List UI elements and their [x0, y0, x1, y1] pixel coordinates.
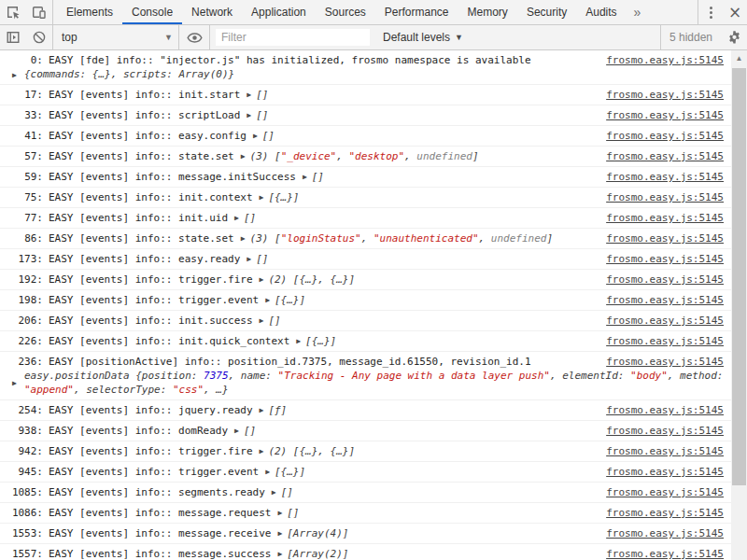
source-link[interactable]: frosmo.easy.js:5145	[606, 190, 724, 204]
log-text: EASY [events] info:: state.set	[49, 232, 234, 245]
tab-audits[interactable]: Audits	[576, 0, 626, 24]
expand-triangle-icon[interactable]: ▶	[260, 275, 264, 284]
source-link[interactable]: frosmo.easy.js:5145	[606, 108, 724, 122]
tab-console[interactable]: Console	[122, 0, 182, 24]
log-text: EASY [positionActive] info:: position_id…	[49, 356, 531, 368]
log-levels-dropdown[interactable]: Default levels ▼	[375, 25, 471, 49]
scrollbar[interactable]: ▲	[731, 50, 747, 560]
log-count: 1557:	[11, 547, 43, 560]
tab-memory[interactable]: Memory	[458, 0, 517, 24]
close-devtools-button[interactable]: ×	[723, 0, 747, 24]
log-count: 41:	[11, 129, 43, 143]
value-token: "_device"	[281, 150, 337, 162]
expand-triangle-icon[interactable]: ▶	[241, 234, 246, 243]
source-link[interactable]: frosmo.easy.js:5145	[606, 355, 724, 369]
expand-triangle-icon[interactable]: ▶	[272, 488, 276, 497]
expand-triangle-icon[interactable]: ▶	[260, 406, 264, 414]
expand-triangle-icon[interactable]: ▶	[234, 427, 239, 435]
tabbar-right-controls: ×	[698, 0, 747, 24]
value-token: [{…}]	[305, 335, 336, 347]
source-link[interactable]: frosmo.easy.js:5145	[606, 403, 724, 417]
tab-application[interactable]: Application	[242, 0, 316, 24]
console-message: frosmo.easy.js:5145198:EASY [events] inf…	[0, 290, 731, 311]
filter-input[interactable]	[216, 29, 370, 46]
log-count: 1553:	[11, 526, 43, 540]
source-link[interactable]: frosmo.easy.js:5145	[606, 314, 724, 328]
value-token: (2) [{…}, {…}]	[268, 273, 355, 286]
log-text: EASY [events] info:: scriptLoad	[49, 109, 240, 121]
devtools-tabbar: ElementsConsoleNetworkApplicationSources…	[0, 0, 747, 25]
source-link[interactable]: frosmo.easy.js:5145	[606, 170, 724, 184]
source-link[interactable]: frosmo.easy.js:5145	[606, 547, 724, 560]
tab-performance[interactable]: Performance	[375, 0, 458, 24]
source-link[interactable]: frosmo.easy.js:5145	[606, 293, 724, 307]
hidden-messages-count[interactable]: 5 hidden	[661, 25, 721, 49]
expand-triangle-icon[interactable]: ▶	[260, 447, 264, 455]
expand-triangle-icon[interactable]: ▶	[12, 67, 17, 81]
expand-triangle-icon[interactable]: ▶	[277, 550, 282, 558]
source-link[interactable]: frosmo.easy.js:5145	[606, 465, 724, 479]
object-preview: {commands: {…}, scripts: Array(0)}	[24, 68, 234, 80]
console-message: frosmo.easy.js:514559:EASY [events] info…	[0, 167, 731, 188]
source-link[interactable]: frosmo.easy.js:5145	[606, 231, 724, 245]
create-live-expression-button[interactable]	[179, 25, 209, 49]
expand-triangle-icon[interactable]: ▶	[303, 173, 307, 181]
source-link[interactable]: frosmo.easy.js:5145	[606, 334, 724, 348]
more-tabs-button[interactable]: »	[627, 0, 649, 24]
value-token: (2) [{…}, {…}]	[268, 445, 355, 457]
source-link[interactable]: frosmo.easy.js:5145	[606, 526, 724, 540]
source-link[interactable]: frosmo.easy.js:5145	[606, 506, 724, 520]
source-link[interactable]: frosmo.easy.js:5145	[606, 129, 724, 143]
expand-triangle-icon[interactable]: ▶	[265, 296, 270, 304]
devtools-menu-button[interactable]	[698, 0, 723, 24]
javascript-context-selector[interactable]: top ▼	[53, 25, 178, 49]
expand-triangle-icon[interactable]: ▶	[234, 214, 239, 222]
console-message: frosmo.easy.js:51451086:EASY [events] in…	[0, 503, 731, 524]
log-text: EASY [events] info:: message.request	[49, 507, 271, 519]
object-preview: []	[268, 315, 280, 327]
value-token: []	[244, 212, 256, 224]
log-text: EASY [events] info:: jquery.ready	[49, 404, 253, 416]
log-count: 57:	[11, 149, 43, 163]
source-link[interactable]: frosmo.easy.js:5145	[606, 273, 724, 287]
expand-triangle-icon[interactable]: ▶	[260, 193, 264, 202]
object-preview: []	[287, 507, 299, 519]
value-token: [ƒ]	[268, 404, 287, 416]
scrollbar-thumb[interactable]	[732, 68, 746, 485]
overflow-chevron-icon: »	[634, 5, 641, 20]
inspect-element-button[interactable]	[0, 0, 26, 24]
scroll-up-button[interactable]: ▲	[731, 50, 747, 66]
source-link[interactable]: frosmo.easy.js:5145	[606, 252, 724, 266]
expand-triangle-icon[interactable]: ▶	[296, 337, 301, 345]
value-token: []	[256, 89, 268, 101]
expand-triangle-icon[interactable]: ▶	[265, 468, 270, 476]
device-toolbar-button[interactable]	[26, 0, 52, 24]
expand-triangle-icon[interactable]: ▶	[277, 529, 282, 538]
expand-triangle-icon[interactable]: ▶	[277, 509, 282, 517]
expand-triangle-icon[interactable]: ▶	[247, 91, 251, 99]
source-link[interactable]: frosmo.easy.js:5145	[606, 53, 724, 67]
console-sidebar-toggle-button[interactable]	[0, 25, 26, 49]
expand-triangle-icon[interactable]: ▶	[260, 316, 264, 325]
source-link[interactable]: frosmo.easy.js:5145	[606, 485, 724, 499]
expand-triangle-icon[interactable]: ▶	[12, 376, 17, 390]
tab-security[interactable]: Security	[517, 0, 576, 24]
console-settings-button[interactable]	[721, 25, 747, 49]
value-token: undefined	[491, 232, 547, 245]
tab-sources[interactable]: Sources	[316, 0, 375, 24]
expand-triangle-icon[interactable]: ▶	[241, 152, 246, 161]
log-count: 945:	[11, 465, 43, 479]
clear-console-button[interactable]	[26, 25, 52, 49]
source-link[interactable]: frosmo.easy.js:5145	[606, 444, 724, 458]
tab-network[interactable]: Network	[182, 0, 242, 24]
expand-triangle-icon[interactable]: ▶	[247, 111, 251, 119]
source-link[interactable]: frosmo.easy.js:5145	[606, 149, 724, 163]
expand-triangle-icon[interactable]: ▶	[253, 132, 258, 140]
chevron-down-icon: ▼	[164, 34, 173, 42]
expand-triangle-icon[interactable]: ▶	[247, 255, 251, 263]
object-preview: easy.positionData {position: 7375, name:…	[24, 370, 723, 396]
tab-elements[interactable]: Elements	[57, 0, 122, 24]
source-link[interactable]: frosmo.easy.js:5145	[606, 211, 724, 225]
source-link[interactable]: frosmo.easy.js:5145	[606, 88, 724, 102]
source-link[interactable]: frosmo.easy.js:5145	[606, 424, 724, 438]
